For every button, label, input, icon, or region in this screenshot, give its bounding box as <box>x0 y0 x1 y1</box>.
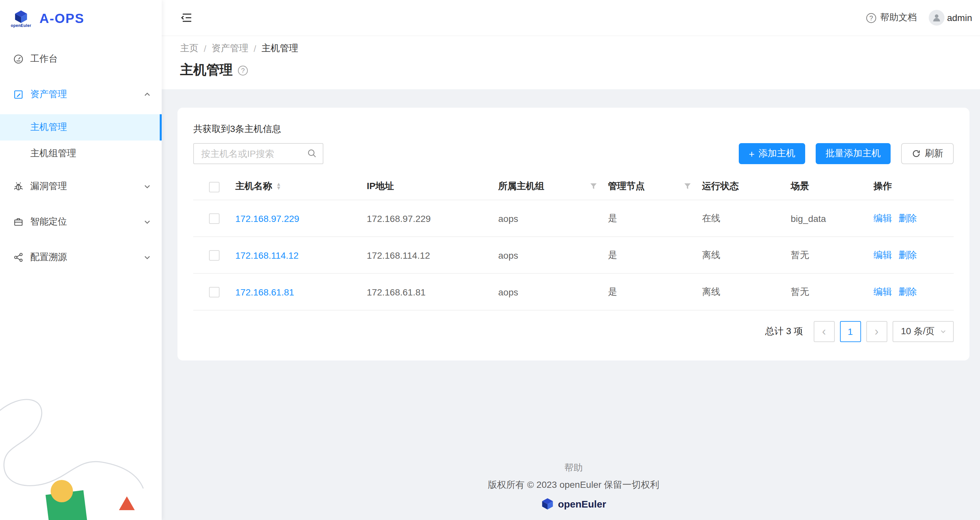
search-input[interactable] <box>193 143 323 164</box>
chevron-down-icon <box>940 328 947 335</box>
sidebar-item-assets[interactable]: 资产管理 <box>0 79 162 110</box>
main-area: ? 帮助文档 admin 主页 / 资产管理 / 主机管理 主机管理 ? <box>162 0 980 520</box>
sidebar-item-host-mgmt[interactable]: 主机管理 <box>0 114 162 141</box>
footer-copyright: 版权所有 © 2023 openEuler 保留一切权利 <box>177 479 969 491</box>
page-header: 主页 / 资产管理 / 主机管理 主机管理 ? <box>162 36 980 89</box>
sidebar-menu: 工作台 资产管理 主机管理 主机组管理 漏洞 <box>0 37 162 280</box>
breadcrumb-current: 主机管理 <box>262 43 298 54</box>
sidebar: openEuler A-OPS 工作台 资产管理 主机管 <box>0 0 162 520</box>
delete-link[interactable]: 删除 <box>899 249 917 261</box>
topbar: ? 帮助文档 admin <box>162 0 980 36</box>
cell-mgmt-node: 是 <box>608 212 617 223</box>
avatar[interactable] <box>929 10 945 25</box>
search-icon[interactable] <box>307 148 317 158</box>
cell-ip: 172.168.97.229 <box>367 213 431 224</box>
question-circle-icon: ? <box>866 13 876 23</box>
cell-run-status: 离线 <box>702 249 721 260</box>
menu-fold-icon[interactable] <box>180 11 193 24</box>
form-icon <box>13 89 24 100</box>
openeuler-cube-icon <box>541 498 554 509</box>
sidebar-item-smart-locate[interactable]: 智能定位 <box>0 206 162 238</box>
topbar-right: ? 帮助文档 admin <box>866 10 972 25</box>
table-row: 172.168.114.12 172.168.114.12 aops 是 离线 … <box>193 237 954 273</box>
sidebar-item-label: 主机管理 <box>30 122 67 133</box>
cell-run-status: 离线 <box>702 286 721 296</box>
select-all-checkbox[interactable] <box>209 182 220 192</box>
footer-brand: openEuler <box>177 498 969 509</box>
footer-help-link[interactable]: 帮助 <box>177 462 969 474</box>
cell-scene: 暂无 <box>791 286 809 296</box>
delete-link[interactable]: 删除 <box>899 212 917 224</box>
row-checkbox[interactable] <box>209 287 220 297</box>
table-row: 172.168.97.229 172.168.97.229 aops 是 在线 … <box>193 200 954 237</box>
host-name-link[interactable]: 172.168.97.229 <box>235 213 299 224</box>
host-table: 主机名称 ▲ ▼ IP地址 所属主机组 <box>193 173 954 311</box>
app-name: A-OPS <box>40 11 84 26</box>
page-title: 主机管理 <box>180 61 233 79</box>
col-scene: 场景 <box>791 181 809 192</box>
brand: openEuler A-OPS <box>0 0 162 37</box>
delete-link[interactable]: 删除 <box>899 286 917 298</box>
edit-link[interactable]: 编辑 <box>873 212 892 224</box>
col-run-status: 运行状态 <box>702 181 739 192</box>
pagination-page-1[interactable]: 1 <box>840 321 861 342</box>
add-host-button[interactable]: + 添加主机 <box>739 143 805 164</box>
page-title-row: 主机管理 ? <box>180 61 962 79</box>
pagination-next-button[interactable]: › <box>866 321 887 342</box>
reload-icon <box>912 149 921 158</box>
username[interactable]: admin <box>947 13 972 23</box>
refresh-button[interactable]: 刷新 <box>901 143 954 164</box>
sidebar-item-label: 工作台 <box>30 53 151 65</box>
breadcrumb: 主页 / 资产管理 / 主机管理 <box>180 43 962 54</box>
nodes-icon <box>13 252 24 263</box>
cell-scene: big_data <box>791 213 826 224</box>
refresh-label: 刷新 <box>925 148 943 160</box>
batch-add-host-button[interactable]: 批量添加主机 <box>816 143 891 164</box>
pagination-total: 总计 3 项 <box>765 326 803 338</box>
sorter-icon[interactable]: ▲ ▼ <box>276 182 281 190</box>
page-size-select[interactable]: 10 条/页 <box>892 321 954 342</box>
sidebar-item-workbench[interactable]: 工作台 <box>0 43 162 75</box>
breadcrumb-home[interactable]: 主页 <box>180 43 199 54</box>
cell-run-status: 在线 <box>702 212 721 223</box>
cell-scene: 暂无 <box>791 249 809 260</box>
sidebar-item-host-group-mgmt[interactable]: 主机组管理 <box>0 141 162 167</box>
col-mgmt-node: 管理节点 <box>608 181 645 192</box>
logo-caption: openEuler <box>11 23 31 27</box>
plus-icon: + <box>749 149 754 159</box>
row-checkbox[interactable] <box>209 213 220 224</box>
question-circle-icon: ? <box>238 66 248 76</box>
filter-funnel-icon[interactable] <box>684 182 692 190</box>
prev-arrow-icon: ‹ <box>822 326 826 338</box>
toolbar-row: + 添加主机 批量添加主机 刷新 <box>193 143 954 164</box>
next-arrow-icon: › <box>875 326 878 338</box>
edit-link[interactable]: 编辑 <box>873 249 892 261</box>
host-list-card: 共获取到3条主机信息 + 添加主机 批量添加 <box>177 108 969 360</box>
col-ip: IP地址 <box>367 181 394 192</box>
page-size-value: 10 条/页 <box>901 326 935 338</box>
caret-down-icon: ▼ <box>276 187 281 190</box>
host-name-link[interactable]: 172.168.114.12 <box>235 250 299 260</box>
col-host-group: 所属主机组 <box>498 181 544 192</box>
content-area: 共获取到3条主机信息 + 添加主机 批量添加 <box>162 89 980 520</box>
footer-brand-text: openEuler <box>558 498 606 509</box>
chevron-up-icon <box>143 90 151 98</box>
edit-link[interactable]: 编辑 <box>873 286 892 298</box>
sidebar-item-label: 配置溯源 <box>30 252 143 263</box>
filter-funnel-icon[interactable] <box>590 182 597 190</box>
host-name-link[interactable]: 172.168.61.81 <box>235 287 294 297</box>
cell-ip: 172.168.61.81 <box>367 287 426 297</box>
openeuler-cube-icon <box>14 10 28 23</box>
row-checkbox[interactable] <box>209 250 220 261</box>
help-doc-link[interactable]: ? 帮助文档 <box>866 12 917 24</box>
title-help[interactable]: ? <box>238 64 248 76</box>
sidebar-item-config-trace[interactable]: 配置溯源 <box>0 242 162 273</box>
toolbox-icon <box>13 217 24 227</box>
breadcrumb-assets[interactable]: 资产管理 <box>212 43 248 54</box>
col-host-name: 主机名称 <box>235 181 272 192</box>
chevron-down-icon <box>143 218 151 226</box>
cell-host-group: aops <box>498 250 518 260</box>
pagination-prev-button[interactable]: ‹ <box>813 321 834 342</box>
openeuler-logo: openEuler <box>9 10 33 27</box>
sidebar-item-vuln-mgmt[interactable]: 漏洞管理 <box>0 171 162 202</box>
